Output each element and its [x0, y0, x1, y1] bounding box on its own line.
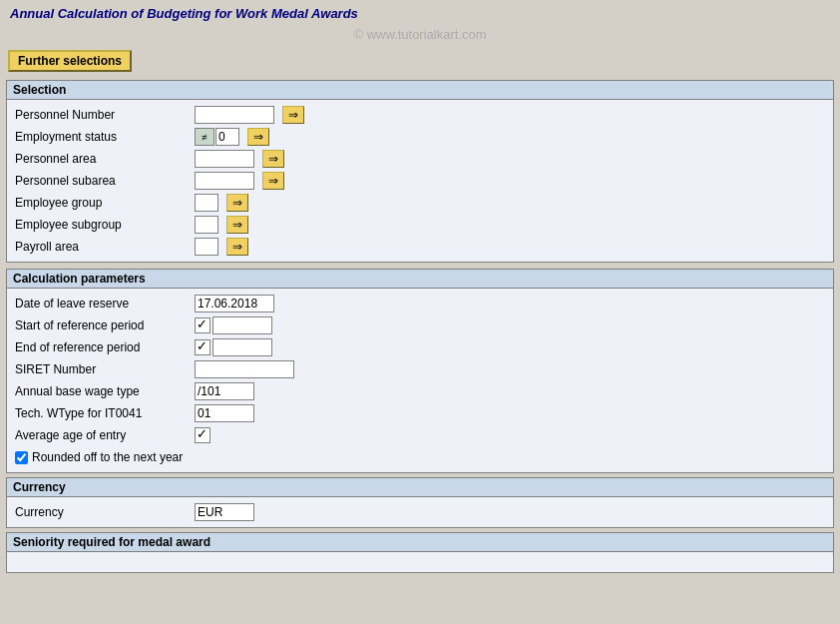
annual-base-wage-input[interactable]: [195, 382, 254, 400]
siret-number-row: SIRET Number: [15, 358, 825, 380]
seniority-section: Seniority required for medal award: [6, 532, 834, 573]
start-ref-period-check[interactable]: [195, 317, 210, 333]
currency-body: Currency: [7, 497, 833, 527]
employment-status-label: Employment status: [15, 130, 195, 144]
average-age-check[interactable]: [195, 427, 210, 443]
personnel-subarea-input[interactable]: [195, 172, 254, 190]
currency-header: Currency: [7, 478, 833, 497]
rounded-off-label: Rounded off to the next year: [32, 450, 183, 464]
personnel-area-input[interactable]: [195, 150, 254, 168]
employment-status-row: Employment status ≠: [15, 126, 825, 148]
page-title: Annual Calculation of Budgeting for Work…: [10, 6, 358, 21]
selection-body: Personnel Number Employment status ≠ Per…: [7, 100, 833, 262]
seniority-header: Seniority required for medal award: [7, 533, 833, 552]
start-ref-period-label: Start of reference period: [15, 318, 195, 332]
start-ref-period-input[interactable]: [212, 316, 272, 334]
watermark: © www.tutorialkart.com: [0, 25, 840, 46]
employee-group-input[interactable]: [195, 194, 218, 212]
title-bar: Annual Calculation of Budgeting for Work…: [0, 0, 840, 25]
date-leave-reserve-label: Date of leave reserve: [15, 297, 195, 311]
further-selections-button[interactable]: Further selections: [8, 50, 132, 72]
end-ref-period-check[interactable]: [195, 339, 210, 355]
tech-wtype-label: Tech. WType for IT0041: [15, 406, 195, 420]
employee-subgroup-row: Employee subgroup: [15, 214, 825, 236]
further-selections-bar: Further selections: [0, 46, 840, 76]
average-age-row: Average age of entry: [15, 424, 825, 446]
personnel-number-arrow[interactable]: [282, 106, 304, 124]
personnel-area-row: Personnel area: [15, 148, 825, 170]
employment-status-arrow[interactable]: [247, 128, 269, 146]
personnel-area-label: Personnel area: [15, 152, 195, 166]
personnel-area-arrow[interactable]: [262, 150, 284, 168]
seniority-body: [7, 552, 833, 572]
currency-section: Currency Currency: [6, 477, 834, 528]
start-ref-period-row: Start of reference period: [15, 314, 825, 336]
calculation-header: Calculation parameters: [7, 270, 833, 289]
calculation-body: Date of leave reserve Start of reference…: [7, 289, 833, 472]
siret-number-label: SIRET Number: [15, 362, 195, 376]
employee-subgroup-arrow[interactable]: [226, 216, 248, 234]
rounded-off-row: Rounded off to the next year: [15, 446, 825, 468]
currency-label: Currency: [15, 505, 195, 519]
employee-group-label: Employee group: [15, 196, 195, 210]
currency-row: Currency: [15, 501, 825, 523]
tech-wtype-input[interactable]: [195, 404, 254, 422]
date-leave-reserve-input[interactable]: [195, 295, 274, 312]
employee-group-arrow[interactable]: [226, 194, 248, 212]
currency-input[interactable]: [195, 503, 254, 521]
personnel-number-row: Personnel Number: [15, 104, 825, 126]
personnel-number-label: Personnel Number: [15, 108, 195, 122]
date-leave-reserve-row: Date of leave reserve: [15, 293, 825, 314]
payroll-area-arrow[interactable]: [226, 238, 248, 256]
selection-header: Selection: [7, 81, 833, 100]
tech-wtype-row: Tech. WType for IT0041: [15, 402, 825, 424]
employment-status-input[interactable]: [215, 128, 239, 146]
annual-base-wage-label: Annual base wage type: [15, 384, 195, 398]
employee-group-row: Employee group: [15, 192, 825, 214]
payroll-area-label: Payroll area: [15, 240, 195, 254]
not-equal-icon: ≠: [195, 128, 214, 146]
average-age-label: Average age of entry: [15, 428, 195, 442]
personnel-subarea-label: Personnel subarea: [15, 174, 195, 188]
end-ref-period-row: End of reference period: [15, 336, 825, 358]
personnel-subarea-arrow[interactable]: [262, 172, 284, 190]
employee-subgroup-label: Employee subgroup: [15, 218, 195, 232]
rounded-off-group: Rounded off to the next year: [15, 450, 183, 464]
annual-base-wage-row: Annual base wage type: [15, 380, 825, 402]
end-ref-period-input[interactable]: [212, 338, 272, 356]
personnel-subarea-row: Personnel subarea: [15, 170, 825, 192]
payroll-area-input[interactable]: [195, 238, 218, 256]
payroll-area-row: Payroll area: [15, 236, 825, 258]
selection-section: Selection Personnel Number Employment st…: [6, 80, 834, 263]
personnel-number-input[interactable]: [195, 106, 274, 124]
siret-number-input[interactable]: [195, 360, 294, 378]
employee-subgroup-input[interactable]: [195, 216, 218, 234]
calculation-section: Calculation parameters Date of leave res…: [6, 269, 834, 473]
rounded-off-checkbox[interactable]: [15, 451, 28, 464]
employment-status-group: ≠: [195, 128, 239, 146]
end-ref-period-label: End of reference period: [15, 340, 195, 354]
